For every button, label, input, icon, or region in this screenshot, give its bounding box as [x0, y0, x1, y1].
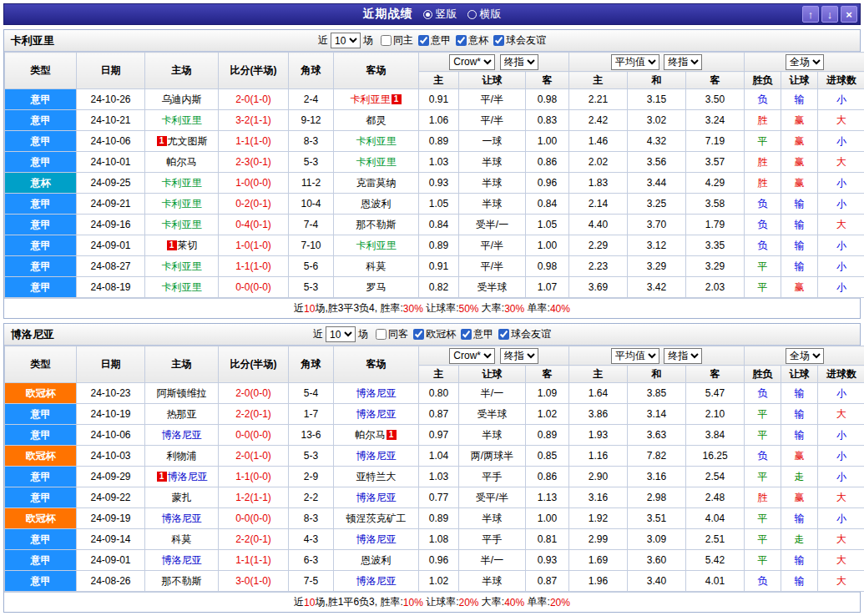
team-name-link[interactable]: 罗马: [366, 281, 387, 293]
team-name-link[interactable]: 科莫: [172, 533, 192, 545]
score-cell[interactable]: 2-2(0-1): [219, 529, 289, 550]
team-name-link[interactable]: 乌迪内斯: [162, 93, 202, 105]
team-name-link[interactable]: 卡利亚里: [162, 219, 202, 230]
score-cell[interactable]: 1-0(0-0): [219, 173, 289, 194]
scroll-down-button[interactable]: ↓: [821, 6, 838, 23]
team-name-link[interactable]: 热那亚: [167, 408, 197, 420]
score-cell[interactable]: 2-3(0-1): [219, 152, 289, 173]
team-name-link[interactable]: 卡利亚里: [356, 240, 397, 251]
team-name-link[interactable]: 阿斯顿维拉: [157, 387, 207, 399]
team-name-link[interactable]: 博洛尼亚: [356, 533, 397, 545]
odds-stage-select[interactable]: 终指: [500, 348, 538, 364]
europe-company-select[interactable]: 平均值: [611, 348, 659, 364]
score-cell[interactable]: 1-1(1-0): [219, 131, 289, 152]
team-name-link[interactable]: 恩波利: [361, 198, 392, 210]
league-filter-checkbox[interactable]: [381, 35, 392, 46]
team-name-link[interactable]: 卡利亚里: [162, 198, 202, 210]
team-name-link[interactable]: 博洛尼亚: [168, 471, 208, 482]
view-option-vertical[interactable]: 竖版: [423, 7, 457, 22]
league-filter-checkbox[interactable]: [461, 329, 472, 340]
subcol-asian-handicap: 让球: [459, 72, 526, 89]
team-name-link[interactable]: 卡利亚里: [162, 177, 202, 189]
team-name-link[interactable]: 卡利亚里: [356, 156, 397, 168]
team-name-link[interactable]: 蒙扎: [172, 492, 192, 503]
league-filter-checkbox[interactable]: [498, 329, 509, 340]
score-cell[interactable]: 1-0(1-0): [219, 235, 289, 256]
team-name-link[interactable]: 博洛尼亚: [162, 429, 202, 441]
match-count-select[interactable]: 10: [326, 326, 356, 342]
team-name-link[interactable]: 亚特兰大: [356, 471, 397, 482]
odds-company-select[interactable]: Crow*: [449, 348, 495, 364]
close-button[interactable]: ×: [841, 6, 857, 23]
score-cell[interactable]: 1-2(1-1): [219, 487, 289, 508]
league-filter-option[interactable]: 球会友谊: [493, 33, 546, 48]
odds-company-select[interactable]: Crow*: [449, 54, 495, 70]
team-name-link[interactable]: 博洛尼亚: [356, 387, 397, 399]
view-option-horizontal[interactable]: 横版: [467, 7, 502, 22]
team-name-link[interactable]: 博洛尼亚: [162, 512, 202, 524]
team-name-link[interactable]: 莱切: [178, 240, 198, 251]
score-cell[interactable]: 1-1(1-0): [219, 256, 289, 277]
team-name-link[interactable]: 卡利亚里: [162, 260, 202, 272]
league-filter-checkbox[interactable]: [413, 329, 424, 340]
team-name-link[interactable]: 卡利亚里: [162, 114, 202, 126]
score-cell[interactable]: 2-0(1-0): [219, 89, 289, 110]
scope-select[interactable]: 全场: [786, 54, 824, 70]
score-cell[interactable]: 0-0(0-0): [219, 508, 289, 529]
away-team-cell: 顿涅茨克矿工: [334, 508, 419, 529]
score-cell[interactable]: 3-2(1-1): [219, 110, 289, 131]
league-filter-checkbox[interactable]: [456, 35, 467, 46]
col-header-corners: 角球: [289, 346, 334, 383]
score-cell[interactable]: 2-0(1-0): [219, 446, 289, 467]
league-filter-option[interactable]: 球会友谊: [498, 327, 551, 341]
team-name-link[interactable]: 都灵: [366, 114, 387, 126]
team-name-link[interactable]: 卡利亚里: [356, 135, 397, 147]
scope-select[interactable]: 全场: [786, 348, 824, 364]
score-cell[interactable]: 0-2(0-1): [219, 194, 289, 215]
league-filter-option[interactable]: 同主: [381, 33, 413, 48]
score-cell[interactable]: 0-0(0-0): [219, 277, 289, 298]
europe-stage-select[interactable]: 终指: [664, 348, 702, 364]
league-filter-option[interactable]: 意甲: [461, 327, 493, 341]
league-filter-checkbox[interactable]: [418, 35, 429, 46]
league-filter-option[interactable]: 意甲: [418, 33, 451, 48]
team-name-link[interactable]: 博洛尼亚: [162, 554, 202, 566]
team-name-link[interactable]: 科莫: [366, 260, 387, 272]
score-cell[interactable]: 2-0(0-0): [219, 383, 289, 404]
team-name-link[interactable]: 卡利亚里: [162, 281, 202, 293]
team-name-link[interactable]: 博洛尼亚: [356, 450, 397, 462]
team-name-link[interactable]: 尤文图斯: [168, 135, 208, 147]
score-cell[interactable]: 0-0(0-0): [219, 425, 289, 446]
score-cell[interactable]: 2-2(0-1): [219, 404, 289, 425]
team-name-link[interactable]: 帕尔马: [356, 429, 386, 441]
league-filter-option[interactable]: 同客: [376, 327, 408, 341]
corners-cell: 5-3: [289, 152, 334, 173]
team-name-link[interactable]: 博洛尼亚: [356, 408, 397, 420]
league-filter-checkbox[interactable]: [493, 35, 504, 46]
panel-title: 近期战绩: [363, 7, 413, 22]
league-filter-option[interactable]: 欧冠杯: [413, 327, 456, 341]
score-cell[interactable]: 1-1(1-1): [219, 550, 289, 571]
europe-stage-select[interactable]: 终指: [664, 54, 702, 70]
score-cell[interactable]: 1-1(0-0): [219, 467, 289, 487]
odds-stage-select[interactable]: 终指: [500, 54, 538, 70]
match-count-select[interactable]: 10: [331, 33, 361, 48]
team-name-link[interactable]: 博洛尼亚: [356, 492, 397, 503]
team-name-link[interactable]: 博洛尼亚: [356, 575, 397, 587]
europe-company-select[interactable]: 平均值: [611, 54, 659, 70]
team-name-link[interactable]: 那不勒斯: [162, 575, 202, 587]
team-name-link[interactable]: 恩波利: [361, 554, 392, 566]
team-name-link[interactable]: 帕尔马: [167, 156, 197, 168]
team-name-link[interactable]: 顿涅茨克矿工: [346, 512, 407, 524]
score-cell[interactable]: 3-0(1-0): [219, 571, 289, 592]
team-name-link[interactable]: 卡利亚里: [351, 93, 391, 105]
league-filter-option[interactable]: 意杯: [456, 33, 488, 48]
league-filter-checkbox[interactable]: [376, 329, 387, 340]
score-cell[interactable]: 0-4(0-1): [219, 215, 289, 235]
team-name-link[interactable]: 利物浦: [167, 450, 197, 462]
europe-away-odds-cell: 3.29: [686, 256, 745, 277]
subcol-asian-handicap: 让球: [459, 366, 526, 383]
team-name-link[interactable]: 那不勒斯: [356, 219, 397, 230]
team-name-link[interactable]: 克雷莫纳: [356, 177, 397, 189]
scroll-up-button[interactable]: ↑: [802, 6, 819, 23]
